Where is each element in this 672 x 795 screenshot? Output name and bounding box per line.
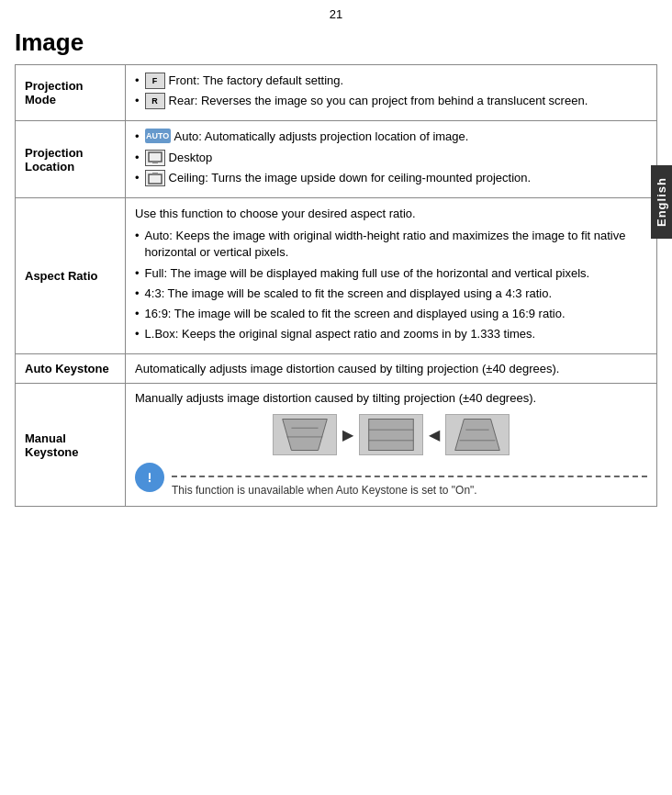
keystone-arrow-right: ▶ — [342, 426, 353, 443]
table-row: ProjectionLocation AUTO Auto: Automatica… — [16, 121, 657, 198]
manual-keystone-text: Manually adjusts image distortion caused… — [135, 391, 536, 405]
keystone-right-img — [445, 414, 510, 455]
table-row: Aspect Ratio Use this function to choose… — [16, 197, 657, 353]
projection-mode-label: ProjectionMode — [16, 65, 126, 121]
list-item: Auto: Keeps the image with original widt… — [135, 228, 647, 261]
table-row: Auto Keystone Automatically adjusts imag… — [16, 354, 657, 384]
table-row: ProjectionMode F Front: The factory defa… — [16, 65, 657, 121]
auto-icon: AUTO — [145, 129, 171, 143]
desktop-text: Desktop — [169, 150, 213, 166]
projection-mode-content: F Front: The factory default setting. R … — [126, 65, 657, 121]
keystone-left-img — [273, 414, 337, 455]
aspect-ratio-content: Use this function to choose your desired… — [126, 197, 657, 353]
keystone-arrow-left: ◀ — [429, 426, 440, 443]
auto-keystone-text: Automatically adjusts image distortion c… — [135, 362, 559, 375]
list-item: R Rear: Reverses the image so you can pr… — [135, 93, 647, 109]
svg-marker-10 — [455, 420, 500, 451]
svg-marker-4 — [283, 420, 328, 451]
list-item: Ceiling: Turns the image upside down for… — [135, 170, 647, 186]
aspect-intro: Use this function to choose your desired… — [135, 206, 647, 222]
rear-icon: R — [145, 93, 165, 109]
manual-keystone-content: Manually adjusts image distortion caused… — [126, 384, 657, 507]
auto-ratio-text: Auto: Keeps the image with original widt… — [145, 228, 647, 261]
lbox-text: L.Box: Keeps the original signal aspect … — [145, 326, 536, 342]
ceiling-icon — [145, 170, 165, 186]
list-item: L.Box: Keeps the original signal aspect … — [135, 326, 647, 342]
table-row: ManualKeystone Manually adjusts image di… — [16, 384, 657, 507]
page-title: Image — [0, 25, 672, 64]
main-content: ProjectionMode F Front: The factory defa… — [0, 64, 672, 507]
list-item: 16:9: The image will be scaled to fit th… — [135, 306, 647, 322]
keystone-mid-img — [359, 414, 423, 455]
list-item: Full: The image will be displayed making… — [135, 265, 647, 282]
svg-point-15 — [149, 480, 151, 482]
svg-rect-7 — [369, 420, 414, 451]
full-ratio-text: Full: The image will be displayed making… — [145, 265, 590, 282]
english-tab: English — [651, 165, 672, 239]
projection-location-label: ProjectionLocation — [16, 121, 126, 198]
settings-table: ProjectionMode F Front: The factory defa… — [15, 64, 657, 507]
svg-rect-2 — [149, 174, 162, 184]
svg-rect-1 — [152, 162, 158, 163]
keystone-note: This function is unavailable when Auto K… — [135, 463, 647, 498]
page-number: 21 — [0, 0, 672, 25]
auto-keystone-label: Auto Keystone — [16, 354, 126, 384]
manual-keystone-label: ManualKeystone — [16, 384, 126, 507]
front-icon: F — [145, 73, 165, 89]
list-item: Desktop — [135, 150, 647, 166]
auto-text: Auto: Automatically adjusts projection l… — [174, 129, 469, 145]
svg-rect-0 — [149, 152, 162, 162]
ratio-43-text: 4:3: The image will be scaled to fit the… — [145, 286, 552, 302]
note-icon — [135, 463, 164, 492]
auto-keystone-content: Automatically adjusts image distortion c… — [126, 354, 657, 384]
rear-text: Rear: Reverses the image so you can proj… — [169, 93, 588, 109]
ratio-169-text: 16:9: The image will be scaled to fit th… — [145, 306, 566, 322]
keystone-illustration: ▶ ◀ — [135, 414, 647, 455]
desktop-icon — [145, 150, 165, 166]
dotted-divider — [172, 476, 647, 477]
front-text: Front: The factory default setting. — [169, 73, 344, 89]
list-item: AUTO Auto: Automatically adjusts project… — [135, 129, 647, 145]
svg-rect-3 — [152, 173, 158, 174]
list-item: 4:3: The image will be scaled to fit the… — [135, 286, 647, 302]
ceiling-text: Ceiling: Turns the image upside down for… — [169, 170, 532, 186]
aspect-ratio-label: Aspect Ratio — [16, 197, 126, 353]
list-item: F Front: The factory default setting. — [135, 73, 647, 89]
note-text: This function is unavailable when Auto K… — [172, 483, 647, 498]
projection-location-content: AUTO Auto: Automatically adjusts project… — [126, 121, 657, 198]
